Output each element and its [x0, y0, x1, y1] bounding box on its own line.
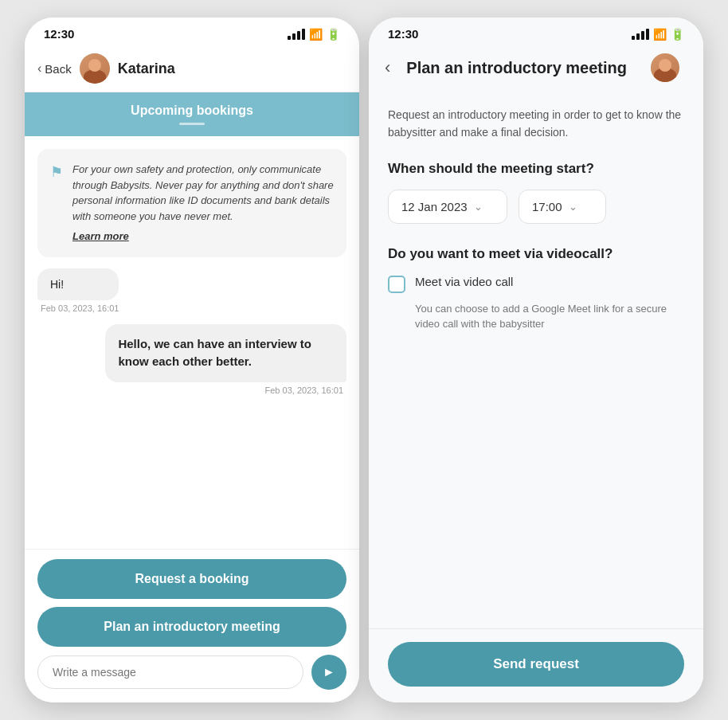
intro-description: Request an introductory meeting in order…: [388, 106, 684, 142]
message-left: Hi! Feb 03, 2023, 16:01: [37, 268, 119, 313]
send-icon: ►: [323, 665, 335, 679]
right-status-bar: 12:30 📶 🔋: [369, 18, 703, 45]
date-chevron-icon: ⌄: [474, 201, 483, 213]
right-back-button[interactable]: ‹: [385, 57, 390, 78]
right-header: ‹ Plan an introductory meeting: [369, 45, 703, 93]
back-button[interactable]: ‹ Back: [37, 61, 72, 76]
meet-via-video-checkbox[interactable]: [388, 276, 405, 293]
chat-area: ⚑ For your own safety and protection, on…: [25, 136, 359, 549]
videocall-section-title: Do you want to meet via videocall?: [388, 246, 684, 262]
checkbox-label: Meet via video call: [415, 275, 513, 288]
date-dropdown[interactable]: 12 Jan 2023 ⌄: [388, 190, 507, 224]
videocall-description: You can choose to add a Google Meet link…: [415, 301, 684, 332]
upcoming-label: Upcoming bookings: [131, 104, 253, 117]
meeting-start-section-title: When should the meeting start?: [388, 161, 684, 177]
right-phone: 12:30 📶 🔋 ‹ Plan an introductory meeting: [369, 18, 703, 702]
right-bottom: Send request: [369, 628, 703, 702]
right-avatar: [651, 53, 679, 82]
bottom-actions: Request a booking Plan an introductory m…: [25, 549, 359, 702]
right-wifi-icon: 📶: [653, 28, 667, 41]
send-request-button[interactable]: Send request: [388, 642, 684, 687]
chevron-left-icon: ‹: [37, 61, 41, 76]
time-value: 17:00: [532, 200, 562, 213]
right-battery-icon: 🔋: [671, 28, 684, 41]
right-content: Request an introductory meeting in order…: [369, 93, 703, 628]
plan-meeting-button[interactable]: Plan an introductory meeting: [37, 607, 346, 647]
message-right: Hello, we can have an interview to know …: [105, 324, 346, 395]
back-label: Back: [45, 62, 71, 76]
learn-more-link[interactable]: Learn more: [72, 230, 129, 242]
upcoming-banner: Upcoming bookings: [25, 92, 359, 136]
safety-notice: ⚑ For your own safety and protection, on…: [37, 149, 346, 257]
right-time: 12:30: [388, 27, 418, 41]
videocall-option: Meet via video call: [388, 275, 684, 293]
avatar: [80, 53, 110, 84]
right-signal-icon: [632, 29, 649, 40]
message-time-left: Feb 03, 2023, 16:01: [37, 303, 119, 313]
safety-text: For your own safety and protection, only…: [72, 162, 334, 224]
request-booking-button[interactable]: Request a booking: [37, 559, 346, 599]
send-message-button[interactable]: ►: [311, 655, 346, 690]
message-input[interactable]: [37, 655, 303, 689]
banner-line: [179, 123, 205, 125]
left-status-bar: 12:30 📶 🔋: [25, 18, 359, 45]
left-phone: 12:30 📶 🔋 ‹ Back: [25, 18, 359, 702]
left-header: ‹ Back Katarina: [25, 45, 359, 92]
time-chevron-icon: ⌄: [569, 201, 577, 213]
page-title: Plan an introductory meeting: [390, 57, 643, 78]
battery-icon: 🔋: [327, 28, 340, 41]
contact-name: Katarina: [118, 61, 175, 77]
date-time-row: 12 Jan 2023 ⌄ 17:00 ⌄: [388, 190, 684, 224]
date-value: 12 Jan 2023: [401, 200, 468, 213]
signal-icon: [288, 29, 305, 40]
message-input-row: ►: [37, 655, 346, 690]
wifi-icon: 📶: [309, 28, 323, 41]
time-dropdown[interactable]: 17:00 ⌄: [519, 190, 606, 224]
flag-icon: ⚑: [50, 163, 63, 181]
message-time-right: Feb 03, 2023, 16:01: [105, 385, 346, 395]
message-bubble-left: Hi!: [37, 268, 119, 300]
left-time: 12:30: [44, 27, 74, 41]
message-bubble-right: Hello, we can have an interview to know …: [105, 324, 346, 382]
